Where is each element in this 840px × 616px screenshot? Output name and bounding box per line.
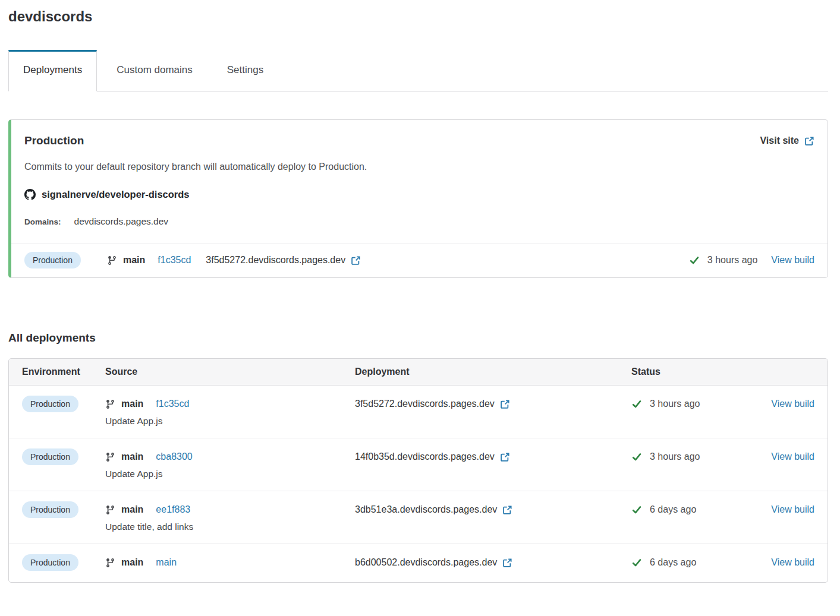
external-link-icon[interactable] bbox=[502, 505, 512, 515]
git-branch-icon bbox=[105, 452, 115, 462]
status-time: 3 hours ago bbox=[707, 255, 758, 266]
commit-message: Update title, add links bbox=[105, 522, 355, 532]
production-description: Commits to your default repository branc… bbox=[11, 147, 828, 172]
tab-custom-domains[interactable]: Custom domains bbox=[102, 50, 207, 91]
all-deployments-heading: All deployments bbox=[8, 331, 828, 345]
success-check-icon bbox=[631, 452, 642, 462]
branch-name: main bbox=[121, 504, 143, 515]
domains-row: Domains: devdiscords.pages.dev bbox=[11, 200, 828, 227]
branch-name: main bbox=[121, 451, 143, 462]
tab-settings[interactable]: Settings bbox=[212, 50, 278, 91]
git-branch-icon bbox=[105, 399, 115, 409]
deployment-url: 14f0b35d.devdiscords.pages.dev bbox=[355, 451, 510, 462]
commit-link[interactable]: ee1f883 bbox=[156, 504, 190, 515]
tab-deployments[interactable]: Deployments bbox=[8, 50, 97, 91]
column-header-source: Source bbox=[105, 367, 355, 377]
deployment-status: 3 hours ago bbox=[631, 399, 700, 409]
success-check-icon bbox=[631, 399, 642, 409]
production-heading: Production bbox=[24, 134, 84, 147]
page-title: devdiscords bbox=[8, 8, 828, 25]
external-link-icon[interactable] bbox=[351, 255, 361, 266]
branch-name: main bbox=[123, 255, 145, 266]
deployment-status: 3 hours ago bbox=[631, 451, 700, 462]
deployment-status: 6 days ago bbox=[631, 504, 696, 515]
deployment-url: 3f5d5272.devdiscords.pages.dev bbox=[206, 255, 361, 266]
git-branch-icon bbox=[105, 558, 115, 568]
deployment-url-text: 3db51e3a.devdiscords.pages.dev bbox=[355, 504, 497, 515]
status-time: 6 days ago bbox=[650, 557, 696, 568]
external-link-icon[interactable] bbox=[502, 558, 512, 568]
pages-project-page: devdiscords Deployments Custom domains S… bbox=[0, 0, 840, 583]
deployment-status: 6 days ago bbox=[631, 557, 696, 568]
environment-badge: Production bbox=[22, 554, 78, 571]
environment-badge: Production bbox=[22, 448, 78, 465]
git-branch-icon bbox=[107, 255, 117, 266]
success-check-icon bbox=[631, 558, 642, 567]
view-build-link[interactable]: View build bbox=[771, 399, 814, 409]
github-icon bbox=[24, 189, 36, 200]
domains-label: Domains: bbox=[24, 217, 61, 226]
column-header-status: Status bbox=[631, 367, 814, 377]
tab-bar: Deployments Custom domains Settings bbox=[8, 50, 828, 91]
deployment-url-text: 3f5d5272.devdiscords.pages.dev bbox=[355, 399, 495, 409]
environment-badge: Production bbox=[22, 501, 78, 518]
view-build-link[interactable]: View build bbox=[771, 557, 814, 568]
external-link-icon[interactable] bbox=[500, 399, 510, 409]
environment-badge: Production bbox=[24, 252, 81, 268]
status-time: 3 hours ago bbox=[650, 451, 700, 462]
table-header-row: Environment Source Deployment Status bbox=[9, 359, 828, 386]
commit-link[interactable]: f1c35cd bbox=[158, 255, 191, 266]
external-link-icon[interactable] bbox=[500, 452, 510, 462]
deployment-url-text: 3f5d5272.devdiscords.pages.dev bbox=[206, 255, 345, 266]
view-build-link[interactable]: View build bbox=[771, 451, 814, 462]
view-build-link[interactable]: View build bbox=[771, 255, 814, 266]
domains-value: devdiscords.pages.dev bbox=[74, 216, 169, 227]
deployment-url: b6d00502.devdiscords.pages.dev bbox=[355, 557, 512, 568]
deployment-url-text: b6d00502.devdiscords.pages.dev bbox=[355, 557, 497, 568]
commit-link[interactable]: main bbox=[156, 557, 177, 568]
git-branch-icon bbox=[105, 505, 115, 515]
commit-link[interactable]: cba8300 bbox=[156, 451, 192, 462]
deployment-status: 3 hours ago bbox=[689, 255, 758, 266]
visit-site-link[interactable]: Visit site bbox=[760, 135, 814, 146]
success-check-icon bbox=[631, 505, 642, 514]
production-card: Production Visit site Commits to your de… bbox=[8, 119, 828, 278]
status-time: 3 hours ago bbox=[650, 399, 700, 409]
commit-message: Update App.js bbox=[105, 416, 355, 427]
deployments-table: Environment Source Deployment Status Pro… bbox=[8, 358, 828, 583]
deployment-url-text: 14f0b35d.devdiscords.pages.dev bbox=[355, 451, 495, 462]
visit-site-label: Visit site bbox=[760, 135, 799, 146]
repository-row: signalnerve/developer-discords bbox=[11, 172, 828, 200]
branch-name: main bbox=[121, 557, 143, 568]
environment-badge: Production bbox=[22, 396, 78, 412]
success-check-icon bbox=[689, 255, 700, 265]
table-row: Production main ee1f883 Update title, ad… bbox=[9, 491, 828, 544]
repository-name: signalnerve/developer-discords bbox=[42, 189, 190, 200]
latest-deployment-row: Production main f1c35cd 3f5d5272.devdisc… bbox=[11, 244, 828, 277]
column-header-deployment: Deployment bbox=[355, 367, 631, 377]
commit-link[interactable]: f1c35cd bbox=[156, 399, 189, 409]
table-row: Production main main b6d00502.devdiscord… bbox=[9, 544, 828, 582]
external-link-icon bbox=[804, 136, 814, 146]
status-time: 6 days ago bbox=[650, 504, 696, 515]
deployment-url: 3f5d5272.devdiscords.pages.dev bbox=[355, 399, 510, 409]
branch-name: main bbox=[121, 399, 143, 409]
view-build-link[interactable]: View build bbox=[771, 504, 814, 515]
commit-message: Update App.js bbox=[105, 469, 355, 479]
table-row: Production main cba8300 Update App.js 14… bbox=[9, 438, 828, 491]
column-header-environment: Environment bbox=[22, 367, 105, 377]
deployment-url: 3db51e3a.devdiscords.pages.dev bbox=[355, 504, 512, 515]
table-row: Production main f1c35cd Update App.js 3f… bbox=[9, 386, 828, 438]
